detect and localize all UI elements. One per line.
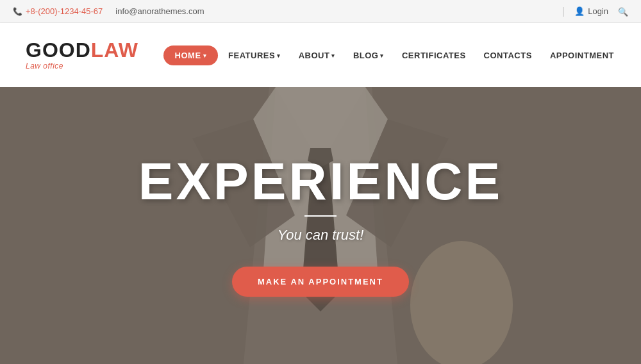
top-bar: +8-(200)-1234-45-67 info@anorathemes.com… bbox=[0, 0, 641, 23]
search-button[interactable] bbox=[618, 6, 628, 17]
chevron-down-icon: ▾ bbox=[331, 53, 335, 59]
main-nav: HOME ▾ FEATURES ▾ ABOUT ▾ BLOG ▾ CERTIFI… bbox=[163, 46, 622, 65]
nav-label-appointment: APPOINTMENT bbox=[550, 51, 614, 60]
nav-label-home: HOME bbox=[175, 51, 201, 60]
top-bar-contact-info: +8-(200)-1234-45-67 info@anorathemes.com bbox=[13, 6, 204, 16]
nav-item-about[interactable]: ABOUT ▾ bbox=[291, 46, 343, 65]
nav-label-blog: BLOG bbox=[353, 51, 379, 60]
nav-item-certificates[interactable]: CERTIFICATES bbox=[394, 46, 474, 65]
chevron-down-icon: ▾ bbox=[203, 53, 207, 59]
search-icon bbox=[618, 6, 628, 17]
nav-item-home[interactable]: HOME ▾ bbox=[163, 46, 219, 65]
chevron-down-icon: ▾ bbox=[277, 53, 281, 59]
hero-title: EXPERIENCE bbox=[138, 155, 503, 208]
hero-content: EXPERIENCE You can trust! MAKE AN APPOIN… bbox=[138, 155, 503, 297]
email-address[interactable]: info@anorathemes.com bbox=[115, 6, 204, 16]
logo-subtitle: Law office bbox=[26, 62, 138, 70]
site-logo[interactable]: GOODLAW Law office bbox=[26, 40, 138, 70]
divider: | bbox=[562, 6, 565, 17]
nav-label-about: ABOUT bbox=[299, 51, 330, 60]
nav-label-features: FEATURES bbox=[228, 51, 275, 60]
user-icon bbox=[574, 6, 585, 16]
hero-section: EXPERIENCE You can trust! MAKE AN APPOIN… bbox=[0, 87, 641, 364]
hero-divider bbox=[304, 215, 337, 217]
login-button[interactable]: Login bbox=[574, 6, 608, 16]
hero-subtitle: You can trust! bbox=[138, 227, 503, 244]
logo-good: GOOD bbox=[26, 38, 91, 62]
nav-item-contacts[interactable]: CONTACTS bbox=[476, 46, 540, 65]
phone-icon bbox=[13, 6, 22, 16]
logo-law: LAW bbox=[91, 38, 138, 62]
top-bar-actions: | Login bbox=[562, 6, 628, 17]
make-appointment-button[interactable]: MAKE AN APPOINTMENT bbox=[232, 267, 409, 297]
site-header: GOODLAW Law office HOME ▾ FEATURES ▾ ABO… bbox=[0, 23, 641, 87]
nav-item-appointment[interactable]: APPOINTMENT bbox=[542, 46, 622, 65]
nav-item-blog[interactable]: BLOG ▾ bbox=[345, 46, 392, 65]
login-label: Login bbox=[588, 6, 608, 16]
phone-number[interactable]: +8-(200)-1234-45-67 bbox=[13, 6, 103, 16]
logo-text: GOODLAW bbox=[26, 40, 138, 60]
nav-label-contacts: CONTACTS bbox=[484, 51, 532, 60]
nav-label-certificates: CERTIFICATES bbox=[402, 51, 466, 60]
nav-item-features[interactable]: FEATURES ▾ bbox=[221, 46, 288, 65]
chevron-down-icon: ▾ bbox=[380, 53, 384, 59]
phone-text: +8-(200)-1234-45-67 bbox=[26, 6, 103, 16]
